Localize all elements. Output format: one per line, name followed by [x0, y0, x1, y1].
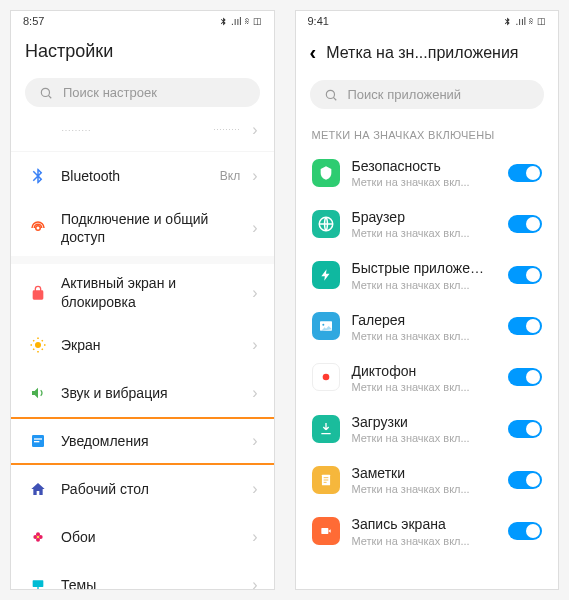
toggle-screenrec[interactable] [508, 522, 542, 540]
lightning-icon [312, 261, 340, 289]
row-sound[interactable]: Звук и вибрация › [11, 369, 274, 417]
svg-point-0 [41, 88, 49, 96]
row-themes[interactable]: Темы › [11, 561, 274, 589]
themes-icon [27, 574, 49, 589]
chevron-right-icon: › [252, 219, 257, 237]
chevron-right-icon: › [252, 528, 257, 546]
apps-list: Безопасность Метки на значках вкл... Бра… [296, 147, 559, 589]
svg-rect-18 [321, 528, 328, 534]
toggle-security[interactable] [508, 164, 542, 182]
app-row-downloads[interactable]: Загрузки Метки на значках вкл... [296, 403, 559, 454]
status-time: 9:41 [308, 15, 329, 27]
row-lockscreen[interactable]: Активный экран и блокировка › [11, 264, 274, 320]
page-title: Настройки [25, 41, 113, 62]
app-row-recorder[interactable]: Диктофон Метки на значках вкл... [296, 352, 559, 403]
svg-point-10 [37, 535, 40, 538]
back-icon[interactable]: ‹ [310, 41, 317, 64]
lock-icon [27, 282, 49, 304]
toggle-quickapps[interactable] [508, 266, 542, 284]
status-bar: 8:57 .ııl ⩯ ◫ [11, 11, 274, 31]
search-icon [39, 86, 53, 100]
toggle-recorder[interactable] [508, 368, 542, 386]
search-bar[interactable]: Поиск настроек [25, 78, 260, 107]
app-row-quickapps[interactable]: Быстрые приложе… Метки на значках вкл... [296, 249, 559, 300]
chevron-right-icon: › [252, 576, 257, 589]
app-badges-screen: 9:41 .ııl ⩯ ◫ ‹ Метка на зн...приложения… [295, 10, 560, 590]
status-icons: .ııl ⩯ ◫ [503, 16, 546, 27]
security-icon [312, 159, 340, 187]
home-icon [27, 478, 49, 500]
svg-rect-11 [33, 580, 44, 587]
search-placeholder: Поиск настроек [63, 85, 157, 100]
app-row-notes[interactable]: Заметки Метки на значках вкл... [296, 454, 559, 505]
chevron-right-icon: › [252, 336, 257, 354]
screenrec-icon [312, 517, 340, 545]
chevron-right-icon: › [252, 167, 257, 185]
download-icon [312, 415, 340, 443]
app-row-screenrec[interactable]: Запись экрана Метки на значках вкл... [296, 505, 559, 556]
svg-point-1 [36, 226, 41, 231]
search-icon [324, 88, 338, 102]
toggle-browser[interactable] [508, 215, 542, 233]
page-title: Метка на зн...приложения [326, 44, 518, 62]
wifi-icon [27, 119, 49, 141]
divider [11, 256, 274, 264]
chevron-right-icon: › [252, 480, 257, 498]
sound-icon [27, 382, 49, 404]
settings-screen: 8:57 .ııl ⩯ ◫ Настройки Поиск настроек ⋯… [10, 10, 275, 590]
notification-icon [27, 430, 49, 452]
search-placeholder: Поиск приложений [348, 87, 462, 102]
brightness-icon [27, 334, 49, 356]
notes-icon [312, 466, 340, 494]
status-bar: 9:41 .ııl ⩯ ◫ [296, 11, 559, 31]
svg-rect-4 [34, 438, 42, 439]
app-row-security[interactable]: Безопасность Метки на значках вкл... [296, 147, 559, 198]
recorder-icon [312, 363, 340, 391]
app-row-browser[interactable]: Браузер Метки на значках вкл... [296, 198, 559, 249]
header: Настройки [11, 31, 274, 74]
browser-icon [312, 210, 340, 238]
row-home-screen[interactable]: Рабочий стол › [11, 465, 274, 513]
row-tethering[interactable]: Подключение и общий доступ › [11, 200, 274, 256]
row-wallpaper[interactable]: Обои › [11, 513, 274, 561]
app-row-gallery[interactable]: Галерея Метки на значках вкл... [296, 301, 559, 352]
chevron-right-icon: › [252, 432, 257, 450]
chevron-right-icon: › [252, 284, 257, 302]
bluetooth-icon [27, 165, 49, 187]
svg-rect-5 [34, 441, 39, 442]
row-wifi[interactable]: ⋯⋯⋯ ⋯⋯⋯ › [11, 117, 274, 152]
svg-point-15 [322, 324, 324, 326]
search-bar[interactable]: Поиск приложений [310, 80, 545, 109]
chevron-right-icon: › [252, 121, 257, 139]
flower-icon [27, 526, 49, 548]
header: ‹ Метка на зн...приложения [296, 31, 559, 76]
settings-list: ⋯⋯⋯ ⋯⋯⋯ › Bluetooth Вкл › Подключение и … [11, 117, 274, 589]
svg-point-2 [35, 342, 41, 348]
svg-point-12 [326, 90, 334, 98]
toggle-notes[interactable] [508, 471, 542, 489]
toggle-downloads[interactable] [508, 420, 542, 438]
row-notifications-highlighted[interactable]: Уведомления › [11, 417, 274, 465]
row-bluetooth[interactable]: Bluetooth Вкл › [11, 152, 274, 200]
status-time: 8:57 [23, 15, 44, 27]
gallery-icon [312, 312, 340, 340]
svg-point-16 [322, 374, 329, 381]
section-header: МЕТКИ НА ЗНАЧКАХ ВКЛЮЧЕНЫ [296, 119, 559, 147]
status-icons: .ııl ⩯ ◫ [219, 16, 262, 27]
toggle-gallery[interactable] [508, 317, 542, 335]
chevron-right-icon: › [252, 384, 257, 402]
tethering-icon [27, 217, 49, 239]
row-display[interactable]: Экран › [11, 321, 274, 369]
